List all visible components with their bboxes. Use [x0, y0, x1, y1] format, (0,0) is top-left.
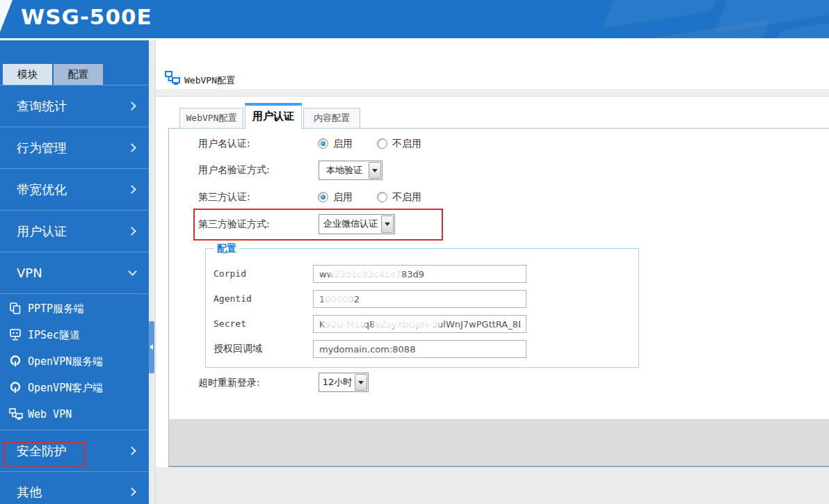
- agentid-input[interactable]: [313, 290, 526, 308]
- sidebar-item-security[interactable]: 安全防护: [0, 430, 149, 472]
- callback-domain-label: 授权回调域: [214, 343, 262, 355]
- secret-label: Secret: [214, 318, 246, 329]
- tab-container-border: [167, 96, 829, 97]
- tab-webvpn-config[interactable]: WebVPN配置: [179, 108, 243, 129]
- timeout-label: 超时重新登录:: [198, 377, 260, 389]
- username-auth-disable-label: 不启用: [392, 138, 421, 150]
- third-method-label: 第三方验证方式:: [198, 218, 270, 231]
- logo-corner-decoration: [0, 0, 13, 32]
- tab-user-auth[interactable]: 用户认证: [245, 103, 302, 129]
- agentid-label: Agentid: [214, 293, 252, 304]
- corpid-input[interactable]: [313, 265, 526, 283]
- keyboard-watermark: [599, 0, 729, 31]
- sidebar-subitem-ipsec-tunnel[interactable]: IPSec隧道: [0, 322, 149, 348]
- username-auth-enable-label: 启用: [333, 138, 353, 150]
- ipsec-tunnel-icon: [9, 329, 22, 343]
- sidebar-item-behavior-mgmt[interactable]: 行为管理: [0, 127, 149, 169]
- username-auth-disable-radio[interactable]: [377, 138, 387, 149]
- openvpn-client-icon: [9, 382, 22, 396]
- callback-domain-input[interactable]: [313, 340, 526, 358]
- secret-input[interactable]: [313, 315, 526, 333]
- sidebar-collapse-handle[interactable]: [149, 321, 154, 373]
- third-auth-enable-radio[interactable]: [318, 192, 328, 202]
- sidebar-item-vpn[interactable]: VPN: [0, 252, 149, 294]
- sidebar-tab-config[interactable]: 配置: [54, 64, 103, 85]
- page-background-lower: [156, 467, 829, 504]
- callback-domain-field: [313, 340, 526, 358]
- secret-field: [313, 315, 526, 333]
- sidebar-subitem-web-vpn[interactable]: Web VPN: [0, 401, 149, 428]
- sidebar-item-query-stats[interactable]: 查询统计: [0, 85, 149, 127]
- sidebar-tab-strip: 模块 配置: [3, 64, 103, 85]
- chevron-right-icon: [127, 185, 136, 194]
- chevron-right-icon: [127, 227, 136, 236]
- tab-content-config[interactable]: 内容配置: [303, 108, 360, 129]
- chevron-right-icon: [127, 487, 136, 496]
- config-fieldset-legend: 配置: [214, 243, 239, 255]
- dropdown-arrow-icon[interactable]: [381, 216, 394, 233]
- collapse-left-icon: [150, 344, 153, 350]
- sidebar-splitter: [149, 40, 156, 504]
- sidebar-item-user-auth[interactable]: 用户认证: [0, 211, 149, 252]
- third-auth-enable-label: 启用: [333, 191, 353, 204]
- openvpn-server-icon: [9, 355, 22, 370]
- sidebar-item-other[interactable]: 其他: [0, 471, 149, 504]
- timeout-select[interactable]: 12小时: [319, 373, 369, 392]
- username-method-label: 用户名验证方式:: [198, 164, 270, 177]
- panel-bottom-border: [168, 466, 829, 467]
- panel-footer-bar: [169, 419, 829, 466]
- third-auth-disable-radio[interactable]: [377, 192, 387, 202]
- sidebar-item-bandwidth[interactable]: 带宽优化: [0, 169, 149, 211]
- page-title: WebVPN配置: [184, 74, 235, 87]
- chevron-right-icon: [127, 101, 136, 111]
- agentid-field: [313, 290, 526, 308]
- sidebar-subitem-openvpn-server[interactable]: OpenVPN服务端: [0, 348, 149, 375]
- third-method-select[interactable]: 企业微信认证: [319, 214, 395, 234]
- web-vpn-icon: [9, 408, 23, 423]
- third-auth-label: 第三方认证:: [198, 191, 250, 204]
- third-auth-disable-label: 不启用: [392, 191, 421, 204]
- corpid-label: Corpid: [214, 268, 246, 279]
- dropdown-arrow-icon[interactable]: [355, 374, 367, 391]
- sidebar-subitem-openvpn-client[interactable]: OpenVPN客户端: [0, 375, 149, 401]
- app-logo: WSG-500E: [21, 4, 152, 29]
- pptp-server-icon: [9, 302, 22, 317]
- sidebar-subitem-pptp-server[interactable]: PPTP服务端: [0, 295, 149, 322]
- chevron-right-icon: [127, 143, 136, 152]
- username-auth-enable-radio[interactable]: [318, 138, 328, 149]
- app-header: WSG-500E: [0, 0, 829, 38]
- sidebar-tab-modules[interactable]: 模块: [3, 64, 52, 85]
- username-auth-label: 用户名认证:: [198, 138, 250, 150]
- chevron-right-icon: [127, 446, 136, 455]
- username-method-select[interactable]: 本地验证: [319, 161, 383, 180]
- chevron-down-icon: [128, 267, 137, 276]
- dropdown-arrow-icon[interactable]: [369, 162, 381, 179]
- webvpn-config-icon: [165, 74, 180, 88]
- page-title-row: WebVPN配置: [165, 71, 180, 88]
- sidebar: 模块 配置 查询统计 行为管理 带宽优化 用户认证 VPN PPTP服务端 IP…: [0, 40, 149, 504]
- corpid-field: [313, 265, 526, 283]
